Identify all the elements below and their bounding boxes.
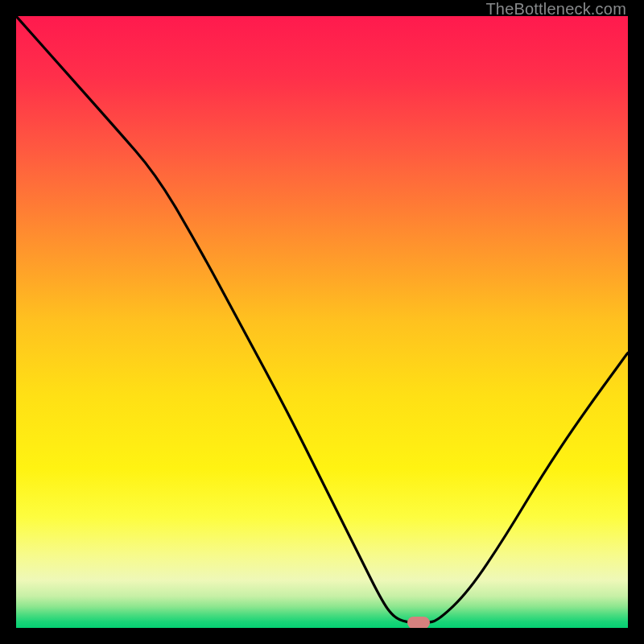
watermark-text: TheBottleneck.com [485,0,626,19]
bottleneck-curve [16,16,628,628]
chart-frame: TheBottleneck.com [0,0,644,644]
plot-area [16,16,628,628]
optimal-marker [407,617,429,628]
